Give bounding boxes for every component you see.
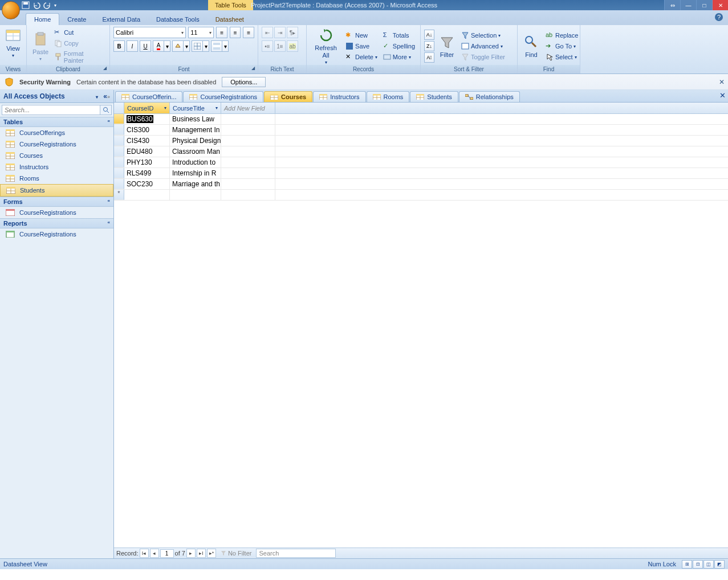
- cell-courseid[interactable]: CIS430: [124, 136, 170, 146]
- nav-group-forms[interactable]: Forms«: [0, 197, 113, 207]
- view-pivot-button[interactable]: ⊡: [693, 560, 703, 569]
- nav-report-item[interactable]: CourseRegistrations: [0, 228, 113, 240]
- replace-button[interactable]: abReplace: [544, 31, 580, 40]
- font-name-combo[interactable]: Calibri▾: [113, 27, 186, 38]
- row-selector[interactable]: [114, 146, 124, 157]
- redo-icon[interactable]: [43, 1, 51, 9]
- table-row[interactable]: SOC230Marriage and th: [114, 179, 728, 190]
- nav-table-item[interactable]: Rooms: [0, 173, 113, 184]
- tab-home[interactable]: Home: [26, 13, 59, 25]
- selection-button[interactable]: Selection▾: [459, 31, 507, 40]
- tab-create[interactable]: Create: [59, 14, 94, 25]
- gridlines-button[interactable]: [192, 40, 203, 52]
- advanced-button[interactable]: Advanced▾: [459, 42, 507, 51]
- view-chart-button[interactable]: ◫: [703, 560, 714, 569]
- clear-sort-button[interactable]: A⃠: [424, 52, 434, 63]
- row-selector[interactable]: [114, 114, 124, 124]
- undo-icon[interactable]: [32, 1, 40, 9]
- nav-collapse-icon[interactable]: «: [103, 92, 110, 100]
- document-tab[interactable]: Relationships: [459, 91, 520, 102]
- table-row[interactable]: EDU480Classroom Man: [114, 146, 728, 157]
- view-datasheet-button[interactable]: ⊞: [682, 560, 692, 569]
- row-selector[interactable]: [114, 168, 124, 178]
- view-button[interactable]: View ▾: [3, 27, 23, 59]
- cell-courseid[interactable]: EDU480: [124, 146, 170, 157]
- minimize-button[interactable]: —: [680, 0, 696, 10]
- table-row[interactable]: CIS430Physical Design: [114, 136, 728, 146]
- nav-table-item[interactable]: Courses: [0, 150, 113, 161]
- view-design-button[interactable]: ◩: [714, 560, 725, 569]
- paste-button[interactable]: Paste▾: [30, 30, 51, 63]
- select-button[interactable]: Select▾: [544, 52, 580, 62]
- gridlines-dropdown[interactable]: ▾: [203, 40, 209, 52]
- document-tab[interactable]: Courses: [264, 91, 312, 102]
- cell-coursetitle[interactable]: Physical Design: [170, 136, 221, 146]
- security-options-button[interactable]: Options...: [222, 77, 266, 87]
- cell-courseid[interactable]: SOC230: [124, 179, 170, 189]
- cell-coursetitle[interactable]: Introduction to: [170, 157, 221, 168]
- cell-courseid[interactable]: RLS499: [124, 168, 170, 178]
- cell-courseid[interactable]: BUS630: [124, 114, 170, 124]
- next-record-button[interactable]: ▸: [186, 549, 196, 558]
- row-selector[interactable]: [114, 136, 124, 146]
- new-record-nav-button[interactable]: ▸*: [207, 549, 216, 558]
- select-all-corner[interactable]: [114, 103, 124, 113]
- qat-dropdown-icon[interactable]: ▾: [54, 3, 56, 8]
- column-add-new-field[interactable]: Add New Field: [221, 103, 275, 113]
- maximize-button[interactable]: □: [696, 0, 712, 10]
- new-record-button[interactable]: ✱New: [344, 31, 379, 40]
- clipboard-launcher-icon[interactable]: ◢: [101, 66, 108, 72]
- find-button[interactable]: Find: [521, 33, 542, 59]
- nav-header[interactable]: All Access Objects ▾ «: [0, 90, 113, 103]
- nav-search-button[interactable]: [100, 105, 112, 115]
- toggle-filter-button[interactable]: Toggle Filter: [459, 52, 507, 62]
- cell-courseid[interactable]: CIS300: [124, 125, 170, 135]
- nav-table-item[interactable]: Instructors: [0, 161, 113, 173]
- bullets-button[interactable]: •≡: [262, 40, 273, 52]
- fill-color-button[interactable]: [172, 40, 184, 52]
- align-right-button[interactable]: ≡: [243, 27, 254, 38]
- goto-button[interactable]: ➔Go To▾: [544, 42, 580, 51]
- font-color-button[interactable]: A: [153, 40, 164, 52]
- new-record-row[interactable]: [114, 190, 728, 201]
- increase-indent-button[interactable]: ⇥: [274, 27, 286, 38]
- filter-indicator[interactable]: No Filter: [217, 550, 255, 557]
- alt-row-button[interactable]: [211, 40, 222, 52]
- close-button[interactable]: ✕: [712, 0, 728, 10]
- decrease-indent-button[interactable]: ⇤: [262, 27, 273, 38]
- column-header-courseid[interactable]: CourseID▾: [124, 103, 170, 113]
- help-icon[interactable]: ?: [714, 13, 723, 22]
- nav-search-input[interactable]: [2, 105, 100, 115]
- cell-coursetitle[interactable]: Business Law: [170, 114, 221, 124]
- align-left-button[interactable]: ≡: [216, 27, 227, 38]
- nav-group-reports[interactable]: Reports«: [0, 218, 113, 228]
- more-button[interactable]: More▾: [381, 52, 417, 62]
- tab-database-tools[interactable]: Database Tools: [148, 14, 208, 25]
- document-tab[interactable]: CourseOfferin...: [115, 91, 182, 102]
- cell-coursetitle[interactable]: Marriage and th: [170, 179, 221, 189]
- italic-button[interactable]: I: [127, 40, 138, 52]
- save-record-button[interactable]: Save: [344, 42, 379, 51]
- font-size-combo[interactable]: 11▾: [188, 27, 214, 38]
- fill-color-dropdown[interactable]: ▾: [184, 40, 190, 52]
- font-launcher-icon[interactable]: ◢: [250, 66, 257, 72]
- tab-datasheet[interactable]: Datasheet: [208, 14, 252, 25]
- underline-button[interactable]: U: [140, 40, 151, 52]
- table-row[interactable]: RLS499Internship in R: [114, 168, 728, 179]
- nav-table-item[interactable]: CourseRegistrations: [0, 138, 113, 150]
- totals-button[interactable]: ΣTotals: [381, 31, 417, 40]
- row-selector[interactable]: [114, 157, 124, 168]
- cell-coursetitle[interactable]: Internship in R: [170, 168, 221, 178]
- spelling-button[interactable]: ✓Spelling: [381, 42, 417, 51]
- table-row[interactable]: BUS630Business Law: [114, 114, 728, 125]
- table-row[interactable]: PHY130Introduction to: [114, 157, 728, 168]
- align-center-button[interactable]: ≡: [230, 27, 241, 38]
- record-position-input[interactable]: [160, 549, 174, 558]
- filter-button[interactable]: Filter: [437, 33, 457, 59]
- cut-button[interactable]: ✂Cut: [52, 28, 106, 37]
- row-selector[interactable]: [114, 179, 124, 189]
- last-record-button[interactable]: ▸I: [197, 549, 206, 558]
- highlight-button[interactable]: ab: [287, 40, 298, 52]
- document-tab[interactable]: Rooms: [367, 91, 410, 102]
- row-selector[interactable]: [114, 125, 124, 135]
